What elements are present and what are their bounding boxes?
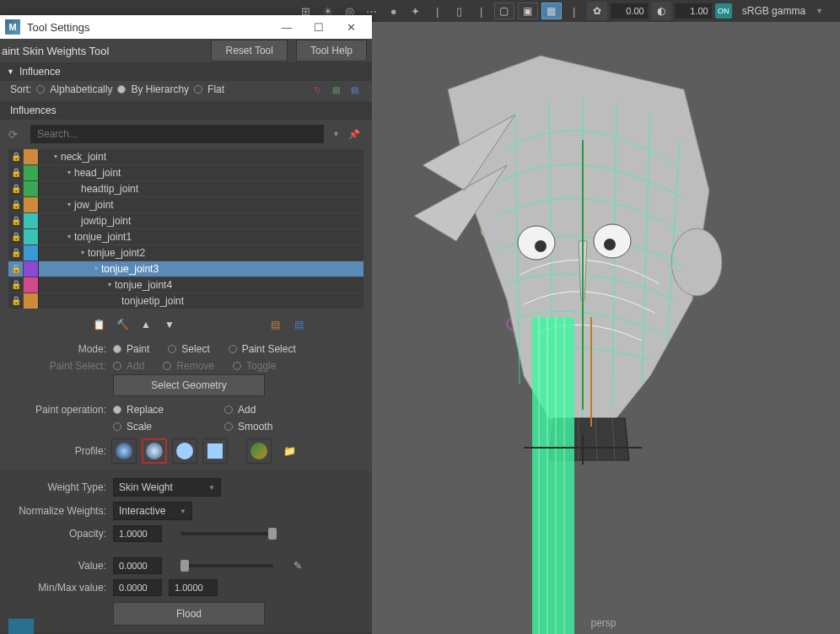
camera-label: persp bbox=[591, 617, 617, 629]
mode-select-radio[interactable] bbox=[168, 345, 176, 353]
color-swatch[interactable] bbox=[24, 245, 39, 261]
copy-icon[interactable]: 📋 bbox=[89, 315, 108, 334]
op-replace-radio[interactable] bbox=[113, 406, 121, 414]
brush-custom-icon[interactable] bbox=[246, 438, 272, 464]
lock-icon[interactable]: 🔒 bbox=[8, 277, 24, 293]
list1-icon[interactable]: ▤ bbox=[266, 315, 284, 334]
color-swatch[interactable] bbox=[24, 181, 39, 196]
lock-icon[interactable]: 🔒 bbox=[8, 149, 24, 164]
color-swatch[interactable] bbox=[24, 277, 39, 293]
list2-icon[interactable]: ▤ bbox=[289, 315, 308, 334]
brush-soft[interactable] bbox=[142, 438, 167, 464]
search-input[interactable] bbox=[30, 125, 324, 143]
sort-mini1-icon[interactable]: ↻ bbox=[310, 83, 325, 96]
gizmo-icon[interactable]: ✦ bbox=[407, 2, 425, 20]
chevron-down-icon[interactable]: ▾ bbox=[67, 233, 71, 240]
brush-square[interactable] bbox=[202, 438, 228, 464]
sort-flat-radio[interactable] bbox=[194, 85, 202, 94]
color-swatch[interactable] bbox=[24, 293, 39, 309]
tool-help-button[interactable]: Tool Help bbox=[296, 40, 367, 62]
weight-type-dropdown[interactable]: Skin Weight▼ bbox=[113, 478, 221, 497]
op-smooth-radio[interactable] bbox=[224, 422, 233, 431]
color-swatch[interactable] bbox=[24, 261, 39, 277]
minimize-button[interactable]: — bbox=[271, 15, 303, 39]
chevron-down-icon[interactable]: ▾ bbox=[108, 281, 111, 288]
gamma-field[interactable] bbox=[675, 3, 712, 19]
normalize-dropdown[interactable]: Interactive▼ bbox=[113, 502, 192, 520]
value-field[interactable] bbox=[113, 557, 162, 574]
joint-row-tonjue_joint4[interactable]: 🔒▾tonjue_joint4 bbox=[8, 277, 363, 293]
flood-button[interactable]: Flood bbox=[113, 602, 265, 626]
box-active-icon[interactable]: ▦ bbox=[541, 3, 562, 19]
joint-row-head_joint[interactable]: 🔒▾head_joint bbox=[8, 164, 363, 180]
sort-hierarchy-radio[interactable] bbox=[117, 85, 126, 94]
opacity-slider[interactable] bbox=[180, 532, 273, 535]
srgb-menu-icon[interactable]: ▼ bbox=[816, 7, 823, 15]
gamma-icon[interactable]: ◐ bbox=[651, 2, 671, 20]
sphere-icon[interactable]: ● bbox=[385, 2, 403, 20]
chevron-down-icon[interactable]: ▾ bbox=[67, 169, 71, 176]
move-up-icon[interactable]: ▲ bbox=[137, 315, 155, 334]
select-geometry-button[interactable]: Select Geometry bbox=[113, 374, 265, 396]
joint-row-tonjue_joint1[interactable]: 🔒▾tonjue_joint1 bbox=[8, 228, 363, 244]
sort-mini3-icon[interactable]: ▤ bbox=[347, 83, 362, 96]
joint-row-tonjue_joint2[interactable]: 🔒▾tonjue_joint2 bbox=[8, 244, 363, 261]
lock-icon[interactable]: 🔒 bbox=[8, 197, 24, 212]
op-scale-radio[interactable] bbox=[113, 422, 121, 431]
close-button[interactable]: ✕ bbox=[335, 15, 367, 39]
joint-row-jow_joint[interactable]: 🔒▾jow_joint bbox=[8, 196, 363, 212]
box2-icon[interactable]: ▣ bbox=[518, 3, 538, 19]
viewport[interactable]: persp bbox=[372, 22, 840, 634]
lock-icon[interactable]: 🔒 bbox=[8, 245, 24, 261]
mode-paintselect-radio[interactable] bbox=[229, 345, 237, 353]
srgb-toggle-icon[interactable]: ON bbox=[715, 3, 732, 19]
lock-icon[interactable]: 🔒 bbox=[8, 293, 24, 309]
lock-icon[interactable]: 🔓 bbox=[8, 261, 24, 277]
min-field[interactable] bbox=[113, 579, 162, 596]
color-swatch[interactable] bbox=[24, 149, 39, 164]
move-down-icon[interactable]: ▼ bbox=[160, 315, 179, 334]
chevron-down-icon[interactable]: ▾ bbox=[54, 153, 57, 160]
joint-row-neck_joint[interactable]: 🔒▾neck_joint bbox=[8, 148, 363, 164]
color-swatch[interactable] bbox=[24, 213, 39, 228]
brush-gaussian[interactable] bbox=[111, 438, 137, 464]
color-swatch[interactable] bbox=[24, 197, 39, 212]
sort-alpha-radio[interactable] bbox=[36, 85, 45, 94]
lock-icon[interactable]: 🔒 bbox=[8, 165, 24, 180]
bottom-tab-chip[interactable] bbox=[8, 619, 34, 634]
maximize-button[interactable]: ☐ bbox=[303, 15, 335, 39]
joint-row-tonjue_joint3[interactable]: 🔓▾tonjue_joint3 bbox=[8, 261, 363, 277]
ruler-icon[interactable]: ▯ bbox=[450, 2, 469, 20]
opacity-field[interactable] bbox=[113, 525, 162, 542]
color-swatch[interactable] bbox=[24, 229, 39, 244]
sort-mini2-icon[interactable]: ▤ bbox=[328, 83, 343, 96]
search-menu-icon[interactable]: ▼ bbox=[329, 130, 343, 138]
box1-icon[interactable]: ▢ bbox=[494, 3, 514, 19]
color-swatch[interactable] bbox=[24, 165, 39, 180]
hammer-icon[interactable]: 🔨 bbox=[113, 315, 132, 334]
browse-folder-icon[interactable]: 📁 bbox=[277, 438, 302, 464]
chevron-down-icon[interactable]: ▾ bbox=[94, 265, 98, 272]
reset-tool-button[interactable]: Reset Tool bbox=[211, 40, 287, 62]
svg-point-4 bbox=[671, 228, 722, 296]
lock-icon[interactable]: 🔒 bbox=[8, 229, 24, 244]
chevron-down-icon[interactable]: ▾ bbox=[81, 249, 84, 256]
op-add-radio[interactable] bbox=[224, 406, 233, 414]
joint-row-jowtip_joint[interactable]: 🔒jowtip_joint bbox=[8, 212, 363, 228]
lock-icon[interactable]: 🔒 bbox=[8, 213, 24, 228]
filter-icon[interactable]: ⟳ bbox=[8, 128, 25, 141]
lock-icon[interactable]: 🔒 bbox=[8, 181, 24, 196]
mode-paint-radio[interactable] bbox=[113, 345, 121, 353]
exposure-field[interactable] bbox=[611, 3, 648, 19]
joint-row-tonjuetip_joint[interactable]: 🔒tonjuetip_joint bbox=[8, 293, 363, 309]
influence-section-header[interactable]: ▼ Influence bbox=[0, 62, 372, 81]
chevron-down-icon[interactable]: ▾ bbox=[67, 201, 71, 208]
brush-solid[interactable] bbox=[172, 438, 197, 464]
value-slider[interactable] bbox=[180, 564, 273, 567]
joint-row-headtip_joint[interactable]: 🔒headtip_joint bbox=[8, 180, 363, 196]
max-field[interactable] bbox=[169, 579, 218, 596]
window-titlebar[interactable]: M Tool Settings — ☐ ✕ bbox=[0, 15, 372, 39]
pin-icon[interactable]: 📌 bbox=[348, 129, 363, 140]
aperture-icon[interactable]: ✿ bbox=[587, 2, 607, 20]
eyedropper-icon[interactable]: ✎ bbox=[293, 560, 302, 572]
